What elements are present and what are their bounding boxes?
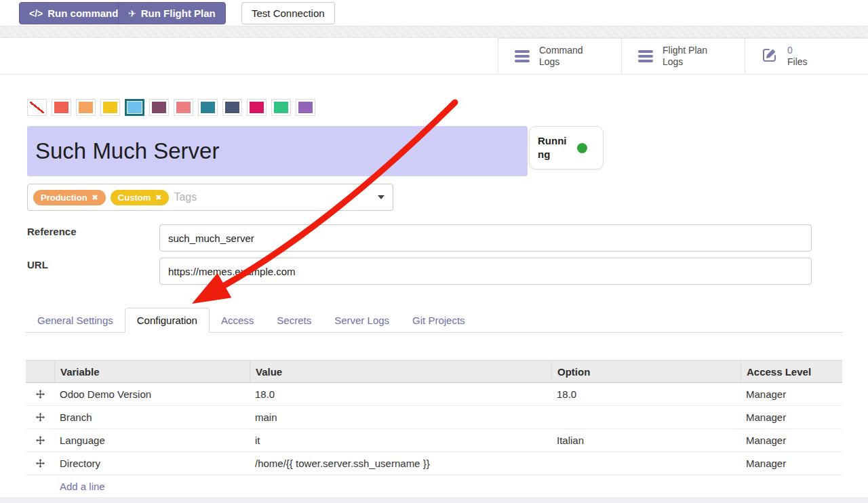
drag-handle-icon[interactable] xyxy=(26,413,54,422)
command-logs-button[interactable]: Command Logs xyxy=(498,39,621,74)
col-variable[interactable]: Variable xyxy=(54,361,250,382)
reference-input[interactable] xyxy=(159,224,812,252)
status-button[interactable]: Running xyxy=(529,126,604,169)
edit-file-icon xyxy=(762,47,778,66)
tag-production-label: Production xyxy=(41,193,87,203)
run-flight-plan-button[interactable]: ✈ Run Flight Plan xyxy=(118,2,226,24)
command-logs-label-1: Command xyxy=(539,45,583,56)
cell-option[interactable]: 18.0 xyxy=(551,388,741,400)
color-picker xyxy=(27,99,315,116)
flight-plan-logs-button[interactable]: Flight Plan Logs xyxy=(621,39,745,74)
col-value[interactable]: Value xyxy=(250,361,551,382)
status-dot xyxy=(577,143,587,153)
cell-option[interactable]: Italian xyxy=(551,435,741,446)
swatch-lightblue-selected[interactable] xyxy=(125,99,144,116)
swatch-no-color[interactable] xyxy=(27,99,47,116)
tag-custom-label: Custom xyxy=(118,193,151,203)
configuration-table: Variable Value Option Access Level Odoo … xyxy=(26,360,842,498)
table-row[interactable]: Directory /home/{{ tower.server.ssh_user… xyxy=(26,452,842,475)
cell-value[interactable]: it xyxy=(250,435,551,446)
tag-production-remove-icon[interactable]: ✖ xyxy=(92,194,98,201)
code-icon: </> xyxy=(29,8,43,19)
drag-handle-icon[interactable] xyxy=(26,436,54,445)
files-button[interactable]: 0 Files xyxy=(745,39,868,74)
swatch-yellow[interactable] xyxy=(100,99,120,116)
cell-access[interactable]: Manager xyxy=(741,435,842,446)
tag-custom: Custom ✖ xyxy=(111,190,170,205)
chevron-down-icon[interactable] xyxy=(378,195,384,199)
table-row[interactable]: Odoo Demo Version 18.0 18.0 Manager xyxy=(26,383,842,406)
col-access-level[interactable]: Access Level xyxy=(741,361,842,382)
cell-variable[interactable]: Language xyxy=(54,435,250,446)
swatch-orange[interactable] xyxy=(76,99,96,116)
tab-git-projects[interactable]: Git Projects xyxy=(401,308,477,332)
tab-access[interactable]: Access xyxy=(210,308,265,332)
test-connection-button[interactable]: Test Connection xyxy=(241,2,335,24)
col-option[interactable]: Option xyxy=(551,361,741,382)
drag-handle-icon[interactable] xyxy=(26,459,54,468)
notebook-tabs: General Settings Configuration Access Se… xyxy=(26,308,842,333)
add-a-line-link[interactable]: Add a line xyxy=(26,475,842,498)
tab-server-logs[interactable]: Server Logs xyxy=(323,308,401,332)
cell-access[interactable]: Manager xyxy=(741,458,842,469)
flight-plan-logs-label-1: Flight Plan xyxy=(663,45,707,56)
swatch-darkblue[interactable] xyxy=(222,99,242,116)
swatch-teal[interactable] xyxy=(198,99,218,116)
plane-icon: ✈ xyxy=(128,8,136,19)
reference-label: Reference xyxy=(27,226,77,237)
cell-value[interactable]: main xyxy=(250,411,551,423)
table-row[interactable]: Language it Italian Manager xyxy=(26,429,842,452)
stat-button-row: Command Logs Flight Plan Logs 0 Files xyxy=(0,38,868,75)
swatch-darkpurple[interactable] xyxy=(149,99,169,116)
url-input[interactable] xyxy=(159,258,812,285)
page-background-strip xyxy=(0,498,868,503)
tag-production: Production ✖ xyxy=(33,190,106,205)
swatch-green[interactable] xyxy=(271,99,291,116)
cell-variable[interactable]: Directory xyxy=(54,458,250,469)
files-label: Files xyxy=(787,56,808,67)
tag-custom-remove-icon[interactable]: ✖ xyxy=(155,194,161,201)
run-flight-plan-label: Run Flight Plan xyxy=(141,7,216,19)
table-header-row: Variable Value Option Access Level xyxy=(26,360,842,383)
cell-access[interactable]: Manager xyxy=(741,388,842,400)
cell-value[interactable]: 18.0 xyxy=(250,388,551,400)
swatch-salmon[interactable] xyxy=(174,99,193,116)
drag-handle-icon[interactable] xyxy=(26,390,54,399)
command-logs-label-2: Logs xyxy=(539,56,559,67)
run-command-button[interactable]: </> Run command xyxy=(19,2,128,24)
url-label: URL xyxy=(27,259,48,270)
top-toolbar: </> Run command ✈ Run Flight Plan Test C… xyxy=(0,0,868,26)
cell-value[interactable]: /home/{{ tower.server.ssh_username }} xyxy=(250,458,551,469)
server-name-value: Such Much Server xyxy=(27,138,219,164)
run-command-label: Run command xyxy=(47,7,118,19)
no-color-diagonal-icon xyxy=(30,102,44,113)
cell-access[interactable]: Manager xyxy=(741,411,842,423)
flight-plan-logs-label-2: Logs xyxy=(663,56,683,67)
cell-variable[interactable]: Odoo Demo Version xyxy=(54,388,250,400)
handle-column-header xyxy=(26,361,54,382)
tab-general-settings[interactable]: General Settings xyxy=(26,308,125,332)
swatch-red[interactable] xyxy=(52,99,71,116)
list-icon xyxy=(515,50,530,62)
cell-variable[interactable]: Branch xyxy=(54,411,250,423)
list-icon xyxy=(638,50,653,62)
server-name-field[interactable]: Such Much Server xyxy=(27,126,528,176)
swatch-magenta[interactable] xyxy=(247,99,267,116)
tab-secrets[interactable]: Secrets xyxy=(265,308,323,332)
tags-placeholder: Tags xyxy=(174,191,373,203)
panel-separator xyxy=(0,26,868,38)
table-row[interactable]: Branch main Manager xyxy=(26,406,842,429)
status-label: Running xyxy=(538,134,572,162)
tags-field[interactable]: Production ✖ Custom ✖ Tags xyxy=(27,184,393,211)
swatch-purple[interactable] xyxy=(296,99,315,116)
test-connection-label: Test Connection xyxy=(252,7,325,19)
tab-configuration[interactable]: Configuration xyxy=(125,308,210,333)
files-count: 0 xyxy=(787,45,793,56)
